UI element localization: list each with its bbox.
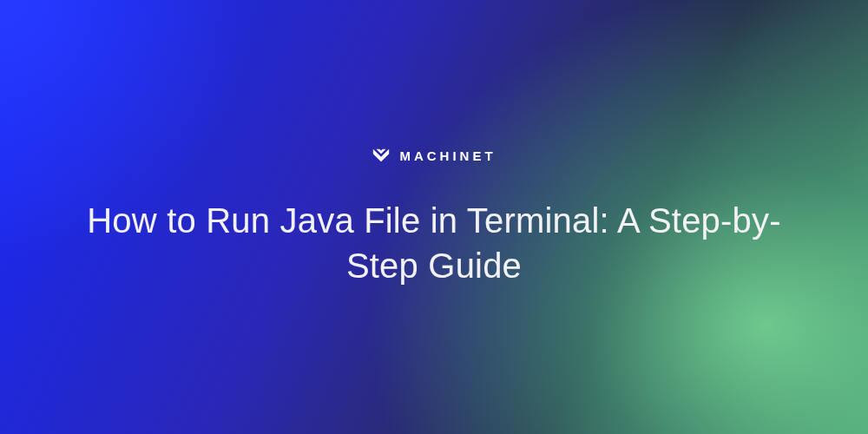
- hero-banner: MACHINET How to Run Java File in Termina…: [0, 0, 868, 434]
- machinet-logo-icon: [372, 146, 391, 165]
- page-title: How to Run Java File in Terminal: A Step…: [78, 198, 790, 288]
- brand-name: MACHINET: [399, 148, 496, 163]
- brand-lockup: MACHINET: [372, 146, 496, 165]
